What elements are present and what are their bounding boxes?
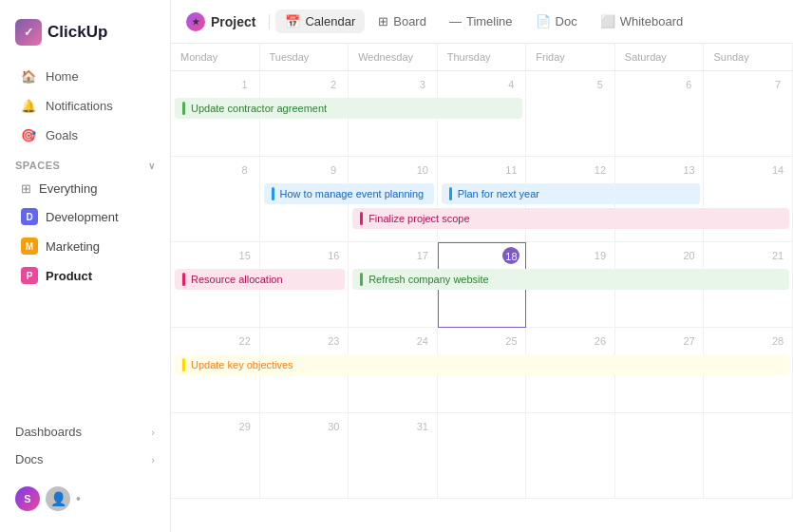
sidebar-item-development[interactable]: D Development <box>6 202 164 231</box>
date-num-26: 26 <box>592 332 609 349</box>
app-name: ClickUp <box>47 23 107 42</box>
date-num-20: 20 <box>680 246 697 263</box>
top-navigation: ★ Project 📅 Calendar ⊞ Board — Timeline … <box>171 0 793 44</box>
event-finalize-scope[interactable]: Finalize project scope <box>352 208 789 229</box>
date-num-3: 3 <box>414 75 431 92</box>
event-update-contractor[interactable]: Update contractor agreement <box>175 98 522 119</box>
date-num-31: 31 <box>414 417 431 434</box>
date-num-30: 30 <box>325 417 342 434</box>
day-header-tuesday: Tuesday <box>260 44 349 70</box>
date-cell-empty-4 <box>704 413 793 499</box>
sidebar-item-home[interactable]: 🏠 Home <box>6 62 164 90</box>
whiteboard-tab-icon: ⬜ <box>600 14 615 28</box>
date-cell-7[interactable]: 7 <box>704 71 793 157</box>
event-update-objectives[interactable]: Update key objectives <box>175 354 789 375</box>
sidebar-item-dashboards[interactable]: Dashboards › <box>0 418 170 446</box>
date-num-19: 19 <box>592 246 609 263</box>
sidebar-item-docs[interactable]: Docs › <box>0 446 170 473</box>
date-num-1: 1 <box>236 75 254 92</box>
spaces-label: Spaces <box>15 160 60 171</box>
day-header-sunday: Sunday <box>704 44 793 70</box>
event-accent <box>449 187 452 200</box>
date-num-17: 17 <box>414 246 431 263</box>
date-num-27: 27 <box>680 332 697 349</box>
date-cell-29[interactable]: 29 <box>171 413 260 499</box>
event-resource-allocation[interactable]: Resource allocation <box>175 269 345 290</box>
day-header-wednesday: Wednesday <box>349 44 438 70</box>
event-accent <box>272 187 274 200</box>
date-cell-14[interactable]: 14 <box>704 157 793 242</box>
board-tab-icon: ⊞ <box>378 14 388 28</box>
sidebar-item-goals[interactable]: 🎯 Goals <box>6 121 164 149</box>
tab-timeline[interactable]: — Timeline <box>440 10 522 33</box>
calendar-weeks: 1 2 3 4 5 6 7 Update contractor agreemen… <box>171 71 793 499</box>
user-avatar-s[interactable]: S <box>15 486 40 511</box>
home-icon: 🏠 <box>21 68 36 84</box>
date-cell-6[interactable]: 6 <box>615 71 705 157</box>
bell-icon: 🔔 <box>21 98 36 113</box>
app-logo-icon: ✓ <box>15 19 42 46</box>
calendar-tab-label: Calendar <box>305 14 355 28</box>
date-num-4: 4 <box>502 75 519 92</box>
week-5-dates: 29 30 31 <box>171 413 793 499</box>
project-icon: ★ <box>186 12 205 31</box>
event-label: Update key objectives <box>191 359 293 370</box>
date-num-12: 12 <box>592 161 609 178</box>
event-accent <box>360 273 363 286</box>
spaces-section-header: Spaces ∨ <box>0 150 170 175</box>
avatar-bar: S • <box>0 477 170 521</box>
event-plan-next-year[interactable]: Plan for next year <box>442 183 701 204</box>
date-num-18: 18 <box>502 247 519 264</box>
tab-whiteboard[interactable]: ⬜ Whiteboard <box>591 10 692 33</box>
calendar-scroll[interactable]: Monday Tuesday Wednesday Thursday Friday… <box>171 44 793 532</box>
date-num-29: 29 <box>236 417 254 434</box>
date-cell-empty-1 <box>438 413 527 499</box>
board-tab-label: Board <box>393 14 426 28</box>
marketing-dot: M <box>21 238 38 255</box>
main-content: ★ Project 📅 Calendar ⊞ Board — Timeline … <box>171 0 793 532</box>
day-header-saturday: Saturday <box>615 44 705 70</box>
event-accent <box>182 358 185 371</box>
event-label: Plan for next year <box>458 188 539 200</box>
date-num-22: 22 <box>236 332 254 349</box>
date-num-25: 25 <box>502 332 519 349</box>
event-accent <box>182 273 185 286</box>
week-row-5: 29 30 31 <box>171 413 793 499</box>
calendar-day-headers: Monday Tuesday Wednesday Thursday Friday… <box>171 44 793 71</box>
date-cell-31[interactable]: 31 <box>349 413 438 499</box>
sidebar-item-product[interactable]: P Product <box>6 261 164 290</box>
date-num-11: 11 <box>502 161 519 178</box>
sidebar-item-marketing[interactable]: M Marketing <box>6 232 164 260</box>
week-row-3: 15 16 17 18 19 20 21 Resource allocation… <box>171 242 793 328</box>
sidebar-item-everything-label: Everything <box>39 181 97 196</box>
spaces-chevron-icon[interactable]: ∨ <box>148 161 156 171</box>
tab-board[interactable]: ⊞ Board <box>368 10 436 33</box>
date-num-14: 14 <box>769 161 786 178</box>
nav-divider <box>269 14 270 29</box>
event-refresh-website[interactable]: Refresh company website <box>352 269 789 290</box>
sidebar-item-notifications[interactable]: 🔔 Notifications <box>6 91 164 120</box>
event-label: Refresh company website <box>368 274 489 285</box>
date-num-10: 10 <box>414 161 431 178</box>
sidebar-item-marketing-label: Marketing <box>46 239 100 254</box>
tab-doc[interactable]: 📄 Doc <box>526 10 587 33</box>
development-dot: D <box>21 208 38 225</box>
avatar-more-icon[interactable]: • <box>76 491 81 506</box>
date-num-15: 15 <box>236 246 254 263</box>
tab-calendar[interactable]: 📅 Calendar <box>275 10 365 33</box>
date-cell-8[interactable]: 8 <box>171 157 260 242</box>
project-title: ★ Project <box>186 12 255 31</box>
timeline-tab-label: Timeline <box>466 14 513 28</box>
date-cell-30[interactable]: 30 <box>260 413 349 499</box>
sidebar-item-everything[interactable]: ⊞ Everything <box>6 176 164 201</box>
spaces-list: ⊞ Everything D Development M Marketing P… <box>0 175 170 291</box>
user-avatar-photo <box>46 486 70 511</box>
doc-tab-icon: 📄 <box>536 14 551 28</box>
date-cell-5[interactable]: 5 <box>526 71 615 157</box>
date-num-5: 5 <box>592 75 609 92</box>
week-row-2: 8 9 10 11 12 13 14 How to manage event p… <box>171 157 793 242</box>
date-num-16: 16 <box>325 246 342 263</box>
date-num-28: 28 <box>769 332 786 349</box>
date-num-13: 13 <box>680 161 697 178</box>
event-event-planning[interactable]: How to manage event planning <box>264 183 434 204</box>
